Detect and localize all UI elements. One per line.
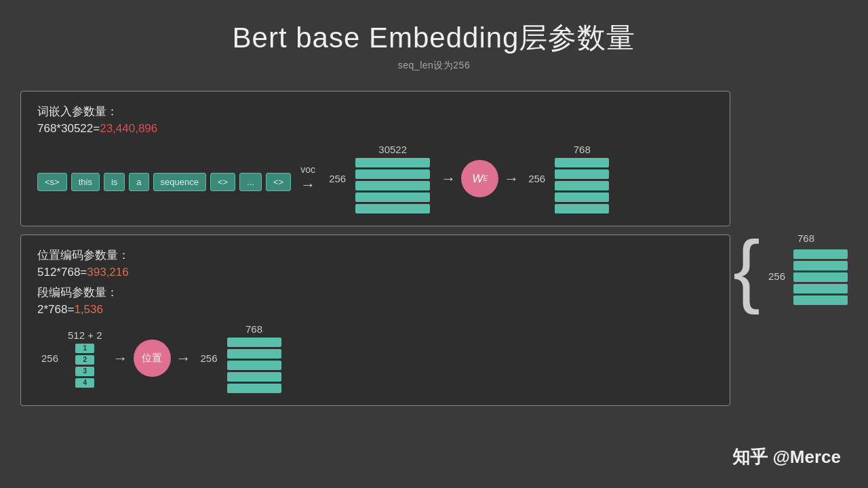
tall-block-1 <box>555 158 609 167</box>
dim1-label: 256 <box>329 173 346 184</box>
right-block-4 <box>793 284 848 293</box>
pos-matrix2-label: 768 <box>245 323 262 335</box>
matrix-block-5 <box>355 204 430 214</box>
pos-dim1: 256 <box>41 352 58 364</box>
right-block-3 <box>793 272 848 282</box>
pos-out-block-2 <box>227 349 281 359</box>
arrow3: → <box>504 170 519 188</box>
token-is: is <box>104 173 125 191</box>
bracket-icon: { <box>733 228 760 310</box>
we-circle: WE <box>461 160 498 197</box>
pos-label1: 位置编码参数量： <box>37 247 713 263</box>
voc-label: voc <box>300 164 315 175</box>
matrix2-label: 768 <box>574 144 591 155</box>
dim2-label: 256 <box>528 173 545 184</box>
token-sequence: sequence <box>153 173 206 191</box>
matrix-block-3 <box>355 181 430 190</box>
word-embedding-panel: 词嵌入参数量： 768*30522=23,440,896 <s> this is… <box>20 91 730 226</box>
pos-circle: 位置 <box>134 340 171 377</box>
pos-dim2: 256 <box>201 352 218 364</box>
right-block-1 <box>793 249 848 259</box>
pos-value1: 512*768=393,216 <box>37 266 713 279</box>
pos-num-4: 4 <box>75 378 94 388</box>
matrix1-label: 30522 <box>378 144 407 155</box>
right-matrix-area: { 768 256 <box>733 131 848 406</box>
right-matrix <box>793 249 848 305</box>
page-subtitle: seq_len设为256 <box>0 60 868 72</box>
wide-matrix <box>355 158 430 214</box>
right-block-2 <box>793 261 848 270</box>
right-dim-label: 256 <box>768 270 785 282</box>
seg-label: 段编码参数量： <box>37 285 713 300</box>
tall-block-4 <box>555 192 609 202</box>
word-embed-value: 768*30522=23,440,896 <box>37 122 713 136</box>
page-title: Bert base Embedding层参数量 <box>0 0 868 57</box>
pos-out-block-1 <box>227 338 281 347</box>
pos-arrow2: → <box>176 350 191 367</box>
arrow1: → <box>300 176 315 194</box>
pos-matrix-label: 512 + 2 <box>68 329 102 341</box>
token-ellipsis: ... <box>239 173 262 191</box>
watermark: 知乎 @Merce <box>732 445 841 469</box>
pos-out-block-5 <box>227 384 281 393</box>
token-row: <s> this is a sequence <> ... <> <box>37 173 291 191</box>
pos-out-block-4 <box>227 372 281 382</box>
pos-out-block-3 <box>227 361 281 370</box>
token-this: this <box>71 173 100 191</box>
token-s: <s> <box>37 173 67 191</box>
matrix-block-1 <box>355 158 430 167</box>
matrix-block-2 <box>355 169 430 179</box>
word-embed-label: 词嵌入参数量： <box>37 104 713 119</box>
seg-value: 2*768=1,536 <box>37 303 713 317</box>
tall-block-3 <box>555 181 609 190</box>
token-a: a <box>129 173 149 191</box>
token-cls1: <> <box>210 173 235 191</box>
tall-block-5 <box>555 204 609 214</box>
pos-encoding-panel: 位置编码参数量： 512*768=393,216 段编码参数量： 2*768=1… <box>20 235 730 406</box>
pos-num-1: 1 <box>75 344 94 353</box>
right-block-5 <box>793 296 848 305</box>
pos-out-matrix <box>227 338 281 393</box>
tall-block-2 <box>555 169 609 179</box>
matrix-block-4 <box>355 192 430 202</box>
pos-num-3: 3 <box>75 367 94 376</box>
tall-matrix <box>555 158 609 214</box>
pos-num-2: 2 <box>75 355 94 365</box>
arrow2: → <box>441 170 456 188</box>
pos-number-matrix: 1 2 3 4 <box>75 344 94 388</box>
pos-arrow1: → <box>113 350 128 367</box>
right-matrix-label: 768 <box>797 232 814 244</box>
token-cls2: <> <box>266 173 291 191</box>
